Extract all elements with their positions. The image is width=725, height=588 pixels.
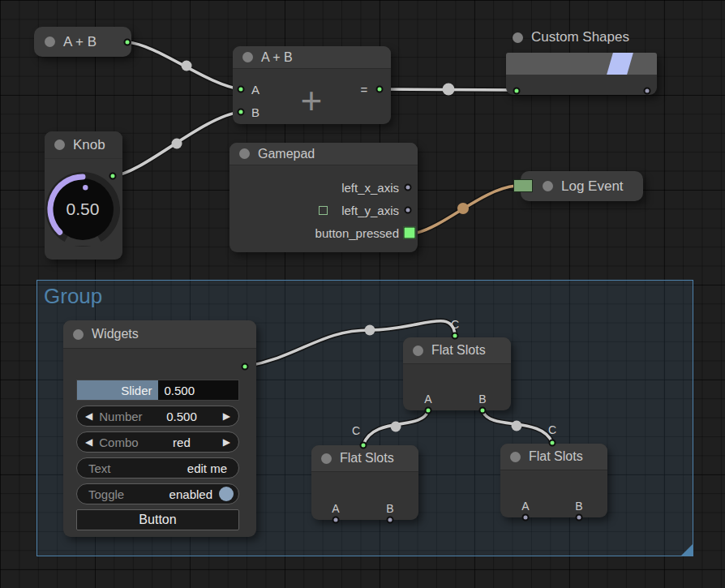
input-slot-c[interactable] (360, 442, 367, 449)
toggle-label: Toggle (88, 487, 124, 501)
node-title: Flat Slots (340, 451, 394, 466)
prev-option-arrow-icon[interactable]: ◀ (85, 436, 92, 448)
output-label-a: A (424, 393, 431, 406)
output-label-eq: = (361, 83, 368, 97)
text-widget[interactable]: Text edit me (76, 457, 239, 479)
node-add-collapsed[interactable]: A + B (34, 27, 131, 57)
combo-widget[interactable]: ◀ Combo red ▶ (76, 431, 239, 453)
node-title: A + B (63, 34, 97, 50)
output-label-b: B (575, 500, 582, 513)
output-slot-b[interactable] (576, 514, 583, 521)
collapse-dot-icon[interactable] (510, 452, 521, 462)
wire-buttonpressed-to-logevent (417, 186, 516, 233)
node-title: Flat Slots (529, 449, 583, 464)
output-slot-a[interactable] (425, 407, 432, 414)
slider-widget[interactable]: Slider 0.500 (76, 380, 239, 401)
output-slot-button-pressed[interactable] (404, 227, 416, 239)
number-widget[interactable]: ◀ Number 0.500 ▶ (76, 406, 239, 427)
node-title: Gamepad (258, 147, 315, 161)
number-label: Number (99, 410, 142, 423)
collapse-dot-icon[interactable] (513, 32, 523, 43)
node-knob[interactable]: Knob 0.50 (45, 131, 122, 260)
node-widgets[interactable]: Widgets Slider 0.500 ◀ Number 0.500 ▶ ◀ … (63, 320, 256, 537)
input-slot-b[interactable] (238, 109, 245, 116)
node-flat-slots-left[interactable]: C Flat Slots A B (311, 445, 418, 520)
output-label-b: B (386, 502, 393, 515)
node-custom-shapes[interactable] (506, 53, 657, 95)
wire-addcollapsed-to-a (127, 42, 241, 89)
input-slot[interactable] (513, 88, 521, 95)
output-slot-eq[interactable] (376, 86, 384, 93)
input-slot-a[interactable] (238, 86, 245, 93)
node-log-event[interactable]: Log Event (521, 171, 643, 201)
output-label: button_pressed (315, 226, 399, 240)
input-label-a: A (251, 83, 260, 97)
next-option-arrow-icon[interactable]: ▶ (223, 436, 230, 448)
toggle-widget[interactable]: Toggle enabled (76, 483, 239, 504)
output-slot-left-x-axis[interactable] (405, 184, 412, 191)
button-widget[interactable]: Button (76, 509, 239, 530)
decrement-arrow-icon[interactable]: ◀ (85, 410, 92, 422)
output-slot-b[interactable] (387, 517, 394, 524)
output-slot[interactable] (124, 39, 131, 46)
input-label-b: B (251, 105, 260, 119)
output-slot[interactable] (242, 363, 249, 371)
output-slot-a[interactable] (522, 514, 530, 521)
node-flat-slots-top[interactable]: C Flat Slots A B (403, 337, 511, 410)
custom-shapes-title-row: Custom Shapes (513, 29, 629, 45)
wire-knob-to-b (113, 112, 241, 176)
node-title: Custom Shapes (531, 29, 629, 45)
parallelogram-shape-icon (607, 53, 633, 75)
input-slot-c[interactable] (452, 333, 459, 340)
output-slot-b[interactable] (479, 407, 487, 414)
plus-icon: + (301, 79, 323, 122)
collapse-dot-icon[interactable] (321, 453, 332, 464)
increment-arrow-icon[interactable]: ▶ (223, 410, 230, 422)
output-slot-a[interactable] (332, 517, 340, 524)
node-add[interactable]: A + B A B + = (233, 46, 391, 124)
knob-value: 0.50 (66, 200, 100, 218)
node-title: Knob (73, 137, 105, 153)
input-label-c: C (352, 424, 360, 437)
node-flat-slots-right[interactable]: C Flat Slots A B (500, 444, 607, 517)
collapse-dot-icon[interactable] (242, 52, 253, 62)
collapse-dot-icon[interactable] (54, 139, 65, 150)
node-title: A + B (261, 50, 293, 65)
toggle-value: enabled (169, 487, 212, 501)
output-label: left_y_axis (341, 204, 399, 217)
node-title: Log Event (561, 178, 624, 195)
output-label: left_x_axis (341, 181, 399, 195)
input-slot-c[interactable] (549, 440, 556, 447)
group-title[interactable]: Group (37, 281, 693, 309)
text-label: Text (88, 461, 111, 475)
number-value: 0.500 (166, 410, 197, 423)
collapse-dot-icon[interactable] (413, 346, 423, 356)
button-label: Button (139, 513, 176, 527)
collapse-dot-icon[interactable] (239, 148, 250, 159)
output-label-b: B (478, 393, 486, 406)
collapse-dot-icon[interactable] (45, 36, 55, 47)
node-gamepad[interactable]: Gamepad left_x_axis left_y_axis button_p… (230, 143, 418, 252)
toggle-knob-icon[interactable] (219, 487, 234, 501)
node-graph-canvas[interactable]: Group (0, 0, 725, 588)
group-resize-handle[interactable] (681, 544, 693, 556)
output-label-a: A (521, 500, 529, 513)
knob-marker-dot (83, 185, 88, 190)
slot-box-icon (319, 206, 328, 215)
text-value: edit me (187, 461, 227, 475)
knob-widget[interactable]: 0.50 (45, 159, 122, 260)
output-slot-left-y-axis[interactable] (405, 207, 412, 214)
event-input-slot[interactable] (513, 179, 533, 192)
custom-shape-bar (506, 53, 657, 75)
node-title: Widgets (92, 327, 139, 341)
node-title: Flat Slots (431, 343, 486, 358)
collapse-dot-icon[interactable] (543, 181, 553, 191)
slider-label: Slider (121, 384, 152, 397)
wire-add-to-customshapes (381, 89, 517, 90)
collapse-dot-icon[interactable] (73, 329, 84, 340)
slider-fill[interactable]: Slider (77, 380, 158, 400)
output-label-a: A (332, 502, 339, 515)
combo-label: Combo (99, 436, 138, 449)
input-label-c: C (548, 423, 556, 436)
output-slot[interactable] (644, 88, 651, 95)
